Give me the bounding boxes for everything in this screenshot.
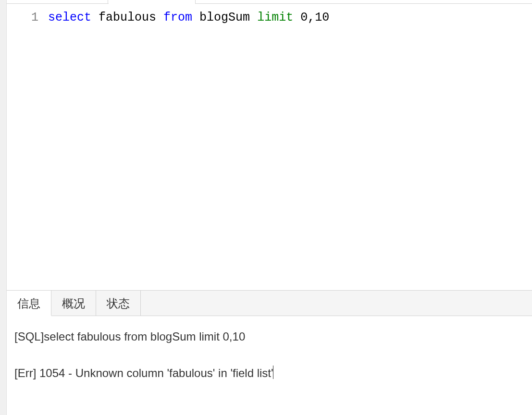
tab-status[interactable]: 状态: [96, 291, 141, 316]
output-panel[interactable]: [SQL]select fabulous from blogSum limit …: [7, 316, 532, 415]
tab-overview[interactable]: 概况: [51, 291, 96, 316]
column-name: fabulous: [99, 11, 156, 24]
content-area: 1 select fabulous from blogSum limit 0,1…: [7, 0, 532, 415]
left-gutter: [0, 0, 7, 415]
text-caret: [273, 366, 273, 379]
limit-args: 0,10: [300, 11, 329, 24]
output-error-line: [Err] 1054 - Unknown column 'fabulous' i…: [14, 363, 524, 383]
line-number-gutter: 1: [7, 4, 45, 290]
main-container: 1 select fabulous from blogSum limit 0,1…: [0, 0, 532, 415]
editor-tabs-area: [7, 0, 532, 4]
line-number: 1: [7, 11, 38, 24]
code-editor[interactable]: select fabulous from blogSum limit 0,10: [45, 4, 532, 290]
keyword-select: select: [48, 11, 91, 24]
tab-info[interactable]: 信息: [7, 290, 51, 316]
keyword-from: from: [163, 11, 192, 24]
keyword-limit: limit: [257, 11, 293, 24]
results-tabs: 信息 概况 状态: [7, 290, 532, 316]
output-sql-line: [SQL]select fabulous from blogSum limit …: [14, 327, 524, 347]
table-name: blogSum: [199, 11, 250, 24]
error-text: [Err] 1054 - Unknown column 'fabulous' i…: [14, 366, 273, 379]
sql-editor: 1 select fabulous from blogSum limit 0,1…: [7, 4, 532, 290]
